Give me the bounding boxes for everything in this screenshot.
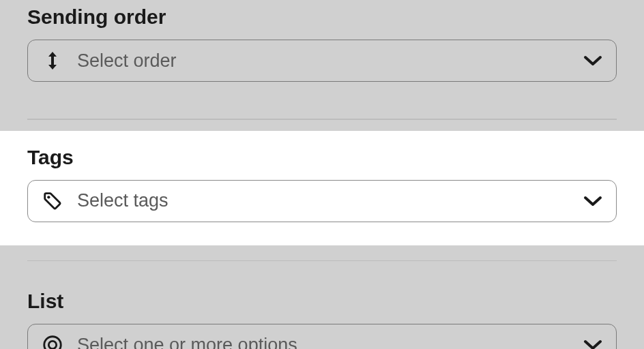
- target-icon: [42, 334, 63, 349]
- tags-label: Tags: [27, 131, 617, 180]
- chevron-down-icon: [583, 55, 602, 66]
- svg-point-1: [47, 196, 50, 198]
- sending-order-label: Sending order: [27, 0, 617, 40]
- sending-order-section: Sending order Select order: [0, 0, 644, 119]
- up-down-arrow-icon: [42, 50, 63, 72]
- svg-point-2: [44, 337, 61, 349]
- svg-rect-0: [51, 56, 54, 65]
- list-select[interactable]: Select one or more options: [27, 324, 617, 349]
- list-section: List Select one or more options: [0, 261, 644, 349]
- chevron-down-icon: [583, 196, 602, 207]
- list-label: List: [27, 290, 617, 324]
- tags-select[interactable]: Select tags: [27, 180, 617, 222]
- tag-icon: [42, 190, 63, 212]
- chevron-down-icon: [583, 339, 602, 349]
- sending-order-placeholder: Select order: [77, 50, 583, 72]
- svg-point-3: [48, 341, 56, 348]
- sending-order-select[interactable]: Select order: [27, 40, 617, 82]
- tags-section: Tags Select tags: [0, 131, 644, 245]
- list-placeholder: Select one or more options: [77, 335, 583, 350]
- tags-placeholder: Select tags: [77, 190, 583, 211]
